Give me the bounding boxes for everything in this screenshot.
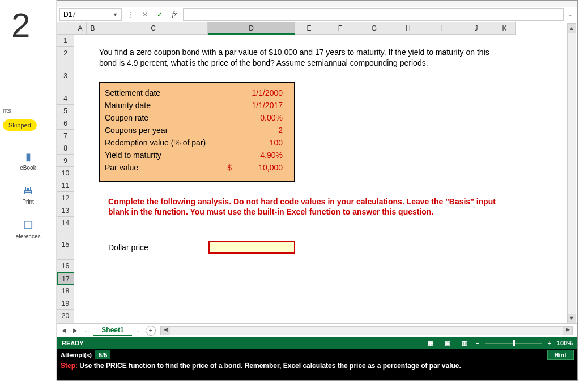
answer-cell-d17[interactable]	[208, 241, 295, 254]
input-currency: $	[218, 161, 235, 174]
row-header[interactable]: 16	[57, 260, 74, 272]
input-row: Settlement date1/1/2000	[105, 87, 289, 99]
vertical-scrollbar[interactable]: ▲ ▼	[567, 23, 576, 323]
col-header[interactable]: F	[323, 22, 357, 35]
cancel-formula-button[interactable]: ✕	[139, 9, 151, 20]
book-icon: ▮	[3, 151, 53, 163]
row-header[interactable]: 13	[57, 204, 74, 217]
row-header[interactable]: 6	[57, 117, 74, 130]
input-value: 100	[235, 136, 286, 149]
input-row: Yield to maturity4.90%	[105, 149, 289, 161]
zoom-level[interactable]: 100%	[557, 340, 573, 346]
scroll-right-icon[interactable]: ▶	[563, 327, 572, 335]
column-headers: A B C D E F G H I J K	[74, 22, 577, 35]
tab-more2[interactable]: ...	[134, 327, 143, 333]
row-header[interactable]: 8	[57, 142, 74, 155]
zoom-in-button[interactable]: +	[547, 340, 551, 346]
row-header[interactable]: 5	[57, 105, 74, 117]
ribbon-stub	[57, 1, 577, 7]
print-icon: 🖶	[3, 185, 53, 197]
name-box[interactable]: D17 ▼	[59, 8, 122, 21]
input-row: Maturity date1/1/2017	[105, 99, 289, 112]
expand-formula-icon[interactable]: ⌄	[566, 12, 575, 18]
input-value: 10,000	[235, 161, 286, 174]
input-label: Settlement date	[105, 87, 218, 99]
row-header[interactable]: 1	[57, 35, 74, 47]
row-header[interactable]: 14	[57, 217, 74, 229]
input-value: 2	[235, 124, 286, 136]
scroll-up-icon[interactable]: ▲	[568, 24, 576, 33]
formula-bar: D17 ▼ ⋮ ✕ ✓ fx ⌄	[57, 7, 577, 22]
zoom-out-button[interactable]: −	[476, 340, 479, 346]
page-break-icon[interactable]: ▥	[459, 339, 470, 348]
horizontal-scrollbar[interactable]: ◀ ▶	[160, 326, 573, 335]
row-header[interactable]: 10	[57, 167, 74, 179]
row-header[interactable]: 2	[57, 47, 74, 59]
col-header[interactable]: G	[357, 22, 391, 35]
input-currency	[218, 124, 235, 136]
hint-button[interactable]: Hint	[547, 350, 574, 360]
row-header[interactable]: 3	[57, 59, 74, 92]
step-text: Use the PRICE function to find the price…	[79, 362, 461, 370]
answer-label: Dollar price	[108, 243, 148, 252]
points-label: nts	[0, 107, 56, 114]
attempt-label: Attempt(s)	[61, 352, 92, 358]
chevron-down-icon: ▼	[113, 12, 118, 18]
ebook-button[interactable]: ▮ eBook	[3, 151, 53, 171]
fx-button[interactable]: fx	[168, 9, 181, 20]
attempt-bar: Attempt(s) 5/5 Hint	[57, 349, 577, 361]
attempt-count: 5/5	[95, 350, 110, 359]
select-all-corner[interactable]	[57, 22, 74, 35]
normal-view-icon[interactable]: ▦	[425, 339, 436, 348]
separator: ⋮	[124, 9, 137, 20]
sheet-tab-sheet1[interactable]: Sheet1	[93, 325, 131, 336]
col-header[interactable]: B	[87, 22, 99, 35]
scroll-left-icon[interactable]: ◀	[161, 327, 170, 335]
row-header[interactable]: 7	[57, 130, 74, 142]
row-header[interactable]: 18	[57, 285, 74, 297]
spreadsheet-frame: D17 ▼ ⋮ ✕ ✓ fx ⌄ 1 2 3 4 5 6 7 8 9 10 11…	[57, 0, 578, 381]
col-header[interactable]: E	[295, 22, 323, 35]
input-value: 4.90%	[235, 149, 286, 161]
col-header[interactable]: H	[391, 22, 425, 35]
copy-icon: ❐	[3, 219, 53, 232]
input-label: Redemption value (% of par)	[105, 136, 218, 149]
input-value: 1/1/2000	[235, 87, 286, 99]
input-row: Par value$10,000	[105, 161, 289, 174]
col-header[interactable]: C	[99, 22, 208, 35]
scroll-down-icon[interactable]: ▼	[568, 314, 576, 323]
page-layout-icon[interactable]: ▣	[442, 339, 453, 348]
col-header-selected[interactable]: D	[208, 22, 295, 35]
tab-nav-prev[interactable]: ◀	[59, 327, 69, 333]
row-header[interactable]: 15	[57, 229, 74, 260]
input-currency	[218, 99, 235, 112]
row-header[interactable]: 12	[57, 192, 74, 204]
grid[interactable]: A B C D E F G H I J K You find a zero co…	[74, 22, 577, 323]
sheet-area: 1 2 3 4 5 6 7 8 9 10 11 12 13 14 15 16 1…	[57, 22, 577, 323]
col-header[interactable]: A	[74, 22, 87, 35]
add-sheet-button[interactable]: +	[146, 326, 156, 336]
row-header-selected[interactable]: 17	[57, 272, 74, 285]
zoom-slider[interactable]	[485, 343, 542, 344]
input-label: Maturity date	[105, 99, 218, 112]
print-button[interactable]: 🖶 Print	[3, 185, 53, 205]
references-button[interactable]: ❐ eferences	[3, 219, 53, 239]
tab-nav-next[interactable]: ▶	[71, 327, 80, 333]
row-header[interactable]: 9	[57, 155, 74, 167]
row-header[interactable]: 4	[57, 92, 74, 105]
formula-input[interactable]	[183, 8, 564, 21]
left-panel: 2 nts Skipped ▮ eBook 🖶 Print ❐ eference…	[0, 0, 57, 381]
col-header[interactable]: I	[425, 22, 459, 35]
col-header[interactable]: J	[459, 22, 493, 35]
input-label: Coupons per year	[105, 124, 218, 136]
accept-formula-button[interactable]: ✓	[154, 9, 166, 20]
tab-more[interactable]: ...	[82, 327, 91, 333]
input-data-box: Settlement date1/1/2000Maturity date1/1/…	[99, 82, 295, 182]
row-header[interactable]: 11	[57, 179, 74, 192]
col-header[interactable]: K	[493, 22, 516, 35]
skipped-badge: Skipped	[3, 119, 37, 131]
step-bar: Step: Use the PRICE function to find the…	[57, 361, 577, 380]
row-header[interactable]: 20	[57, 310, 74, 322]
row-header[interactable]: 19	[57, 297, 74, 310]
input-row: Coupon rate0.00%	[105, 112, 289, 124]
